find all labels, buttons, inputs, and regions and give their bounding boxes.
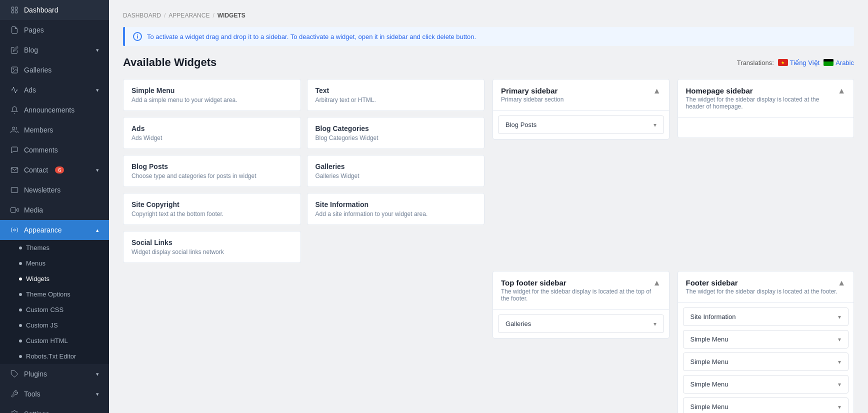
settings-icon <box>10 410 19 413</box>
breadcrumb-appearance[interactable]: APPEARANCE <box>168 12 210 19</box>
svg-rect-8 <box>11 208 16 212</box>
collapse-button[interactable]: ▲ <box>653 86 661 95</box>
newsletters-icon <box>10 186 19 194</box>
svg-marker-7 <box>16 208 18 212</box>
dot-icon <box>19 293 22 296</box>
sidebar-item-contact[interactable]: Contact 6 ▾ <box>0 160 109 180</box>
sidebar-sub-item-label: Menus <box>26 260 46 267</box>
sidebar-sub-item-label: Custom HTML <box>26 337 68 344</box>
sidebar-item-media[interactable]: Media <box>0 200 109 220</box>
panel-title: Footer sidebar <box>686 278 838 287</box>
page-title: Available Widgets <box>123 56 216 69</box>
widget-card-social-links[interactable]: Social Links Widget display social links… <box>123 231 301 263</box>
collapse-button[interactable]: ▲ <box>838 86 846 95</box>
svg-point-9 <box>14 229 16 231</box>
widget-card-site-copyright[interactable]: Site Copyright Copyright text at the bot… <box>123 193 301 225</box>
page-content: DASHBOARD / APPEARANCE / WIDGETS i To ac… <box>109 0 868 413</box>
sidebar-sub-item-custom-css[interactable]: Custom CSS <box>0 302 109 318</box>
sidebar-item-tools[interactable]: Tools ▾ <box>0 384 109 404</box>
sidebar-item-comments[interactable]: Comments <box>0 140 109 160</box>
sidebar-item-galleries[interactable]: Galleries <box>0 60 109 80</box>
translations-label: Translations: <box>737 59 774 66</box>
svg-rect-1 <box>15 7 18 10</box>
sidebar-item-plugins[interactable]: Plugins ▾ <box>0 364 109 384</box>
sidebar-item-members[interactable]: Members <box>0 120 109 140</box>
panel-homepage-sidebar: Homepage sidebar The widget for the side… <box>678 79 854 138</box>
sidebar-item-dashboard[interactable]: Dashboard <box>0 0 109 20</box>
sidebar-item-label: Ads <box>24 86 36 94</box>
panel-top-footer-header: Top footer sidebar The widget for the si… <box>493 272 669 310</box>
widget-item-label: Simple Menu <box>690 380 728 388</box>
sidebar-item-label: Appearance <box>24 226 62 234</box>
widget-item-simple-menu-4[interactable]: Simple Menu ▾ <box>683 398 849 413</box>
sidebar-sub-item-label: Robots.Txt Editor <box>26 352 76 360</box>
sidebar-item-label: Pages <box>24 26 44 34</box>
sidebar-item-blog[interactable]: Blog ▾ <box>0 40 109 60</box>
widget-card-blog-posts[interactable]: Blog Posts Choose type and categories fo… <box>123 155 301 187</box>
galleries-icon <box>10 66 19 74</box>
dashboard-icon <box>10 6 19 14</box>
collapse-button[interactable]: ▲ <box>838 278 846 287</box>
breadcrumb-dashboard[interactable]: DASHBOARD <box>123 12 161 19</box>
widget-card-simple-menu[interactable]: Simple Menu Add a simple menu to your wi… <box>123 79 301 111</box>
sidebar-item-label: Announcements <box>24 106 74 114</box>
sidebar-sub-item-robots-txt[interactable]: Robots.Txt Editor <box>0 348 109 364</box>
contact-badge: 6 <box>55 166 64 174</box>
widget-card-site-information[interactable]: Site Information Add a site information … <box>307 193 485 225</box>
breadcrumb-current: WIDGETS <box>218 12 246 19</box>
translation-ar-button[interactable]: Arabic <box>824 59 854 66</box>
widget-title: Blog Categories <box>316 124 476 132</box>
sidebar-item-label: Newsletters <box>24 186 60 194</box>
sidebar-sub-item-custom-js[interactable]: Custom JS <box>0 318 109 333</box>
chevron-down-icon: ▾ <box>96 47 99 54</box>
widget-item-simple-menu-2[interactable]: Simple Menu ▾ <box>683 352 849 371</box>
sidebar-sub-item-theme-options[interactable]: Theme Options <box>0 286 109 302</box>
available-widgets-grid: Simple Menu Add a simple menu to your wi… <box>123 79 484 263</box>
widget-desc: Widget display social links network <box>132 248 292 256</box>
widget-item-label: Simple Menu <box>690 358 728 366</box>
svg-rect-0 <box>12 7 14 10</box>
widget-desc: Arbitrary text or HTML. <box>316 96 476 104</box>
widget-item-galleries[interactable]: Galleries ▾ <box>498 314 664 333</box>
sidebar-item-newsletters[interactable]: Newsletters <box>0 180 109 200</box>
widget-title: Galleries <box>316 162 476 170</box>
panel-subtitle: The widget for the sidebar display is lo… <box>501 288 653 302</box>
dot-icon <box>19 340 22 342</box>
contact-icon <box>10 166 19 174</box>
widget-item-simple-menu-1[interactable]: Simple Menu ▾ <box>683 330 849 348</box>
sidebar-item-pages[interactable]: Pages <box>0 20 109 40</box>
chevron-down-icon: ▾ <box>96 371 99 378</box>
translation-vi-label: Tiếng Việt <box>790 59 820 66</box>
widget-item-blog-posts[interactable]: Blog Posts ▾ <box>498 116 664 134</box>
widget-card-text[interactable]: Text Arbitrary text or HTML. <box>307 79 485 111</box>
sidebar-sub-item-widgets[interactable]: Widgets <box>0 271 109 286</box>
panel-footer-header: Footer sidebar The widget for the sideba… <box>678 272 854 302</box>
sidebar-item-ads[interactable]: Ads ▾ <box>0 80 109 100</box>
sidebar-sub-item-themes[interactable]: Themes <box>0 240 109 256</box>
widget-title: Site Information <box>316 200 476 208</box>
panel-primary-header: Primary sidebar Primary sidebar section … <box>493 80 669 110</box>
announcements-icon <box>10 106 19 114</box>
sidebar-sub-item-label: Widgets <box>26 275 50 282</box>
widget-card-galleries[interactable]: Galleries Galleries Widget <box>307 155 485 187</box>
sidebar-item-label: Dashboard <box>24 6 58 14</box>
sidebar-sub-item-menus[interactable]: Menus <box>0 256 109 271</box>
widget-card-ads[interactable]: Ads Ads Widget <box>123 117 301 149</box>
panel-top-footer-sidebar: Top footer sidebar The widget for the si… <box>492 271 670 338</box>
widget-desc: Add a simple menu to your widget area. <box>132 96 292 104</box>
widget-item-simple-menu-3[interactable]: Simple Menu ▾ <box>683 375 849 394</box>
collapse-button[interactable]: ▲ <box>653 278 661 287</box>
sidebar-item-appearance[interactable]: Appearance ▴ <box>0 220 109 240</box>
widget-desc: Ads Widget <box>132 134 292 142</box>
widget-card-blog-categories[interactable]: Blog Categories Blog Categories Widget <box>307 117 485 149</box>
sidebar-item-announcements[interactable]: Announcements <box>0 100 109 120</box>
sidebar-item-settings[interactable]: Settings <box>0 404 109 413</box>
sidebar-sub-item-label: Custom JS <box>26 322 58 329</box>
pages-icon <box>10 26 19 34</box>
sidebar-sub-item-custom-html[interactable]: Custom HTML <box>0 333 109 348</box>
translation-vi-button[interactable]: Tiếng Việt <box>778 59 820 66</box>
widget-item-site-info[interactable]: Site Information ▾ <box>683 308 849 326</box>
page-title-row: Available Widgets Translations: Tiếng Vi… <box>123 56 854 69</box>
sidebar-item-label: Contact <box>24 166 48 174</box>
chevron-down-icon: ▾ <box>838 314 841 320</box>
